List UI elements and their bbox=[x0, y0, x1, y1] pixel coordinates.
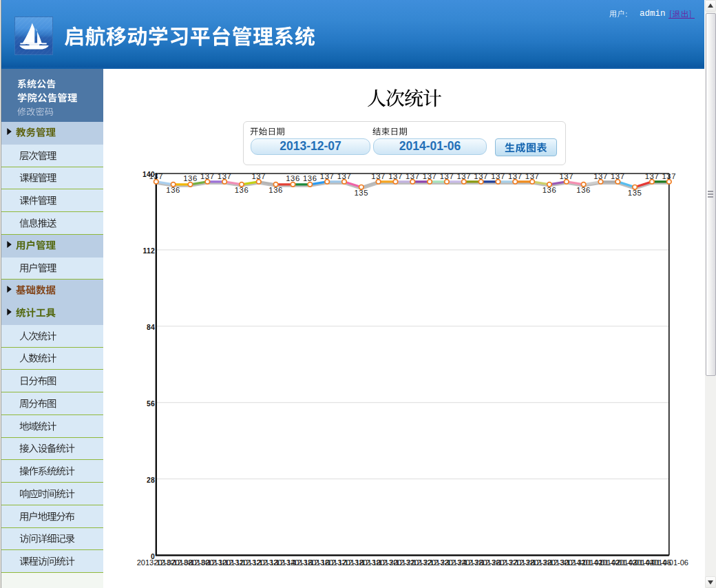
svg-text:136: 136 bbox=[543, 186, 557, 194]
svg-text:137: 137 bbox=[645, 172, 660, 180]
svg-text:137: 137 bbox=[406, 172, 420, 180]
svg-text:136: 136 bbox=[166, 186, 180, 194]
svg-text:137: 137 bbox=[218, 172, 232, 180]
svg-text:136: 136 bbox=[183, 174, 198, 182]
svg-text:137: 137 bbox=[593, 172, 608, 180]
svg-text:2014-01-06: 2014-01-06 bbox=[650, 558, 688, 567]
svg-text:136: 136 bbox=[268, 186, 283, 194]
svg-text:137: 137 bbox=[371, 172, 386, 180]
svg-text:84: 84 bbox=[147, 324, 155, 331]
svg-text:137: 137 bbox=[423, 172, 437, 180]
svg-text:137: 137 bbox=[251, 172, 266, 180]
svg-text:137: 137 bbox=[525, 172, 540, 180]
svg-text:137: 137 bbox=[491, 172, 505, 180]
svg-text:135: 135 bbox=[628, 189, 642, 197]
svg-text:137: 137 bbox=[474, 172, 488, 180]
svg-text:137: 137 bbox=[337, 172, 352, 180]
svg-text:137: 137 bbox=[200, 172, 215, 180]
svg-text:137: 137 bbox=[559, 172, 573, 180]
svg-text:137: 137 bbox=[388, 172, 403, 180]
svg-text:112: 112 bbox=[143, 247, 155, 255]
svg-text:28: 28 bbox=[147, 476, 155, 484]
svg-text:136: 136 bbox=[576, 186, 591, 194]
svg-text:136: 136 bbox=[303, 174, 317, 182]
svg-text:136: 136 bbox=[235, 186, 249, 194]
svg-text:137: 137 bbox=[662, 172, 676, 180]
svg-text:137: 137 bbox=[440, 172, 454, 180]
svg-text:137: 137 bbox=[508, 172, 523, 180]
svg-text:137: 137 bbox=[149, 172, 163, 180]
svg-text:56: 56 bbox=[147, 400, 155, 408]
svg-text:135: 135 bbox=[354, 189, 368, 197]
svg-text:137: 137 bbox=[456, 172, 471, 180]
svg-text:137: 137 bbox=[611, 172, 625, 180]
svg-text:136: 136 bbox=[286, 174, 300, 182]
svg-text:137: 137 bbox=[320, 172, 335, 180]
